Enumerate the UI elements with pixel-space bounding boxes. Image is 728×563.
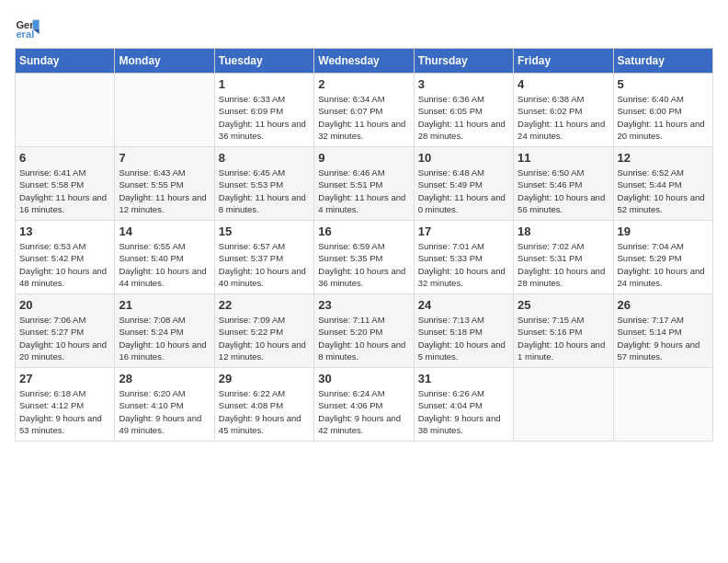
day-info: Sunrise: 6:22 AMSunset: 4:08 PMDaylight:… (219, 387, 310, 436)
day-info: Sunrise: 6:41 AMSunset: 5:58 PMDaylight:… (19, 167, 110, 215)
day-info: Sunrise: 7:09 AMSunset: 5:22 PMDaylight:… (219, 314, 310, 362)
calendar-cell (514, 368, 613, 442)
day-info: Sunrise: 7:15 AMSunset: 5:16 PMDaylight:… (518, 314, 609, 362)
calendar-cell: 12Sunrise: 6:52 AMSunset: 5:44 PMDayligh… (613, 147, 712, 221)
day-number: 21 (119, 298, 210, 312)
day-info: Sunrise: 6:38 AMSunset: 6:02 PMDaylight:… (518, 93, 609, 142)
day-info: Sunrise: 7:13 AMSunset: 5:18 PMDaylight:… (418, 314, 509, 362)
day-number: 25 (518, 298, 609, 312)
calendar-cell: 3Sunrise: 6:36 AMSunset: 6:05 PMDaylight… (414, 74, 513, 147)
week-row-3: 13Sunrise: 6:53 AMSunset: 5:42 PMDayligh… (16, 221, 713, 294)
calendar-cell: 27Sunrise: 6:18 AMSunset: 4:12 PMDayligh… (16, 368, 115, 442)
day-info: Sunrise: 6:18 AMSunset: 4:12 PMDaylight:… (19, 387, 110, 436)
calendar-cell: 24Sunrise: 7:13 AMSunset: 5:18 PMDayligh… (414, 294, 513, 368)
day-number: 12 (618, 151, 709, 165)
header: Gen eral (15, 15, 713, 40)
day-number: 31 (418, 372, 509, 385)
logo: Gen eral (15, 15, 44, 40)
day-info: Sunrise: 6:36 AMSunset: 6:05 PMDaylight:… (418, 93, 509, 142)
calendar-cell: 23Sunrise: 7:11 AMSunset: 5:20 PMDayligh… (314, 294, 414, 368)
day-info: Sunrise: 6:20 AMSunset: 4:10 PMDaylight:… (119, 387, 210, 436)
day-number: 14 (119, 224, 210, 238)
weekday-header-friday: Friday (514, 49, 613, 74)
calendar-cell: 13Sunrise: 6:53 AMSunset: 5:42 PMDayligh… (16, 221, 115, 294)
day-number: 19 (618, 224, 709, 238)
day-number: 22 (219, 298, 310, 312)
day-info: Sunrise: 7:02 AMSunset: 5:31 PMDaylight:… (518, 240, 609, 289)
calendar-cell: 4Sunrise: 6:38 AMSunset: 6:02 PMDaylight… (514, 74, 613, 147)
day-number: 17 (418, 224, 509, 238)
day-info: Sunrise: 6:33 AMSunset: 6:09 PMDaylight:… (219, 93, 310, 142)
day-number: 23 (318, 298, 409, 312)
day-info: Sunrise: 6:43 AMSunset: 5:55 PMDaylight:… (119, 167, 210, 215)
day-number: 8 (219, 151, 310, 165)
day-info: Sunrise: 7:11 AMSunset: 5:20 PMDaylight:… (318, 314, 409, 362)
calendar-cell: 2Sunrise: 6:34 AMSunset: 6:07 PMDaylight… (314, 74, 414, 147)
day-info: Sunrise: 7:04 AMSunset: 5:29 PMDaylight:… (618, 240, 709, 289)
day-info: Sunrise: 6:59 AMSunset: 5:35 PMDaylight:… (318, 240, 409, 289)
calendar-cell (16, 74, 115, 147)
calendar-cell: 25Sunrise: 7:15 AMSunset: 5:16 PMDayligh… (514, 294, 613, 368)
day-number: 30 (318, 372, 409, 385)
calendar-cell: 31Sunrise: 6:26 AMSunset: 4:04 PMDayligh… (414, 368, 513, 442)
day-number: 20 (19, 298, 110, 312)
calendar-cell (613, 368, 712, 442)
calendar-cell: 17Sunrise: 7:01 AMSunset: 5:33 PMDayligh… (414, 221, 513, 294)
day-info: Sunrise: 7:06 AMSunset: 5:27 PMDaylight:… (19, 314, 110, 362)
svg-marker-2 (33, 20, 40, 29)
calendar-cell: 22Sunrise: 7:09 AMSunset: 5:22 PMDayligh… (214, 294, 313, 368)
day-info: Sunrise: 6:40 AMSunset: 6:00 PMDaylight:… (618, 93, 709, 142)
weekday-header-sunday: Sunday (16, 49, 115, 74)
day-number: 26 (618, 298, 709, 312)
calendar-cell: 8Sunrise: 6:45 AMSunset: 5:53 PMDaylight… (214, 147, 313, 221)
day-number: 10 (418, 151, 509, 165)
day-info: Sunrise: 6:26 AMSunset: 4:04 PMDaylight:… (418, 387, 509, 436)
day-info: Sunrise: 6:24 AMSunset: 4:06 PMDaylight:… (318, 387, 409, 436)
svg-text:eral: eral (16, 29, 34, 40)
weekday-header-tuesday: Tuesday (214, 49, 313, 74)
day-number: 4 (518, 77, 609, 91)
weekday-header-wednesday: Wednesday (314, 49, 414, 74)
day-info: Sunrise: 6:55 AMSunset: 5:40 PMDaylight:… (119, 240, 210, 289)
calendar-cell: 20Sunrise: 7:06 AMSunset: 5:27 PMDayligh… (16, 294, 115, 368)
day-info: Sunrise: 6:50 AMSunset: 5:46 PMDaylight:… (518, 167, 609, 215)
calendar-cell: 28Sunrise: 6:20 AMSunset: 4:10 PMDayligh… (115, 368, 214, 442)
week-row-5: 27Sunrise: 6:18 AMSunset: 4:12 PMDayligh… (16, 368, 713, 442)
calendar-cell: 15Sunrise: 6:57 AMSunset: 5:37 PMDayligh… (214, 221, 313, 294)
day-info: Sunrise: 6:45 AMSunset: 5:53 PMDaylight:… (219, 167, 310, 215)
day-number: 29 (219, 372, 310, 385)
day-info: Sunrise: 6:57 AMSunset: 5:37 PMDaylight:… (219, 240, 310, 289)
calendar-cell: 6Sunrise: 6:41 AMSunset: 5:58 PMDaylight… (16, 147, 115, 221)
day-info: Sunrise: 6:53 AMSunset: 5:42 PMDaylight:… (19, 240, 110, 289)
day-info: Sunrise: 7:08 AMSunset: 5:24 PMDaylight:… (119, 314, 210, 362)
logo-icon: Gen eral (15, 15, 40, 40)
day-number: 24 (418, 298, 509, 312)
day-number: 16 (318, 224, 409, 238)
day-number: 13 (19, 224, 110, 238)
day-info: Sunrise: 6:34 AMSunset: 6:07 PMDaylight:… (318, 93, 409, 142)
calendar-cell: 16Sunrise: 6:59 AMSunset: 5:35 PMDayligh… (314, 221, 414, 294)
day-info: Sunrise: 6:48 AMSunset: 5:49 PMDaylight:… (418, 167, 509, 215)
day-number: 9 (318, 151, 409, 165)
calendar-cell: 29Sunrise: 6:22 AMSunset: 4:08 PMDayligh… (214, 368, 313, 442)
calendar-cell: 9Sunrise: 6:46 AMSunset: 5:51 PMDaylight… (314, 147, 414, 221)
calendar-cell: 5Sunrise: 6:40 AMSunset: 6:00 PMDaylight… (613, 74, 712, 147)
weekday-header-monday: Monday (115, 49, 214, 74)
day-number: 2 (318, 77, 409, 91)
calendar-cell: 18Sunrise: 7:02 AMSunset: 5:31 PMDayligh… (514, 221, 613, 294)
day-info: Sunrise: 6:46 AMSunset: 5:51 PMDaylight:… (318, 167, 409, 215)
weekday-header-thursday: Thursday (414, 49, 513, 74)
calendar-cell (115, 74, 214, 147)
calendar-cell: 1Sunrise: 6:33 AMSunset: 6:09 PMDaylight… (214, 74, 313, 147)
calendar-table: SundayMondayTuesdayWednesdayThursdayFrid… (15, 48, 713, 442)
day-number: 15 (219, 224, 310, 238)
weekday-header-saturday: Saturday (613, 49, 712, 74)
day-info: Sunrise: 6:52 AMSunset: 5:44 PMDaylight:… (618, 167, 709, 215)
calendar-cell: 10Sunrise: 6:48 AMSunset: 5:49 PMDayligh… (414, 147, 513, 221)
calendar-cell: 21Sunrise: 7:08 AMSunset: 5:24 PMDayligh… (115, 294, 214, 368)
calendar-cell: 19Sunrise: 7:04 AMSunset: 5:29 PMDayligh… (613, 221, 712, 294)
day-info: Sunrise: 7:17 AMSunset: 5:14 PMDaylight:… (618, 314, 709, 362)
calendar-cell: 26Sunrise: 7:17 AMSunset: 5:14 PMDayligh… (613, 294, 712, 368)
day-number: 1 (219, 77, 310, 91)
day-number: 7 (119, 151, 210, 165)
